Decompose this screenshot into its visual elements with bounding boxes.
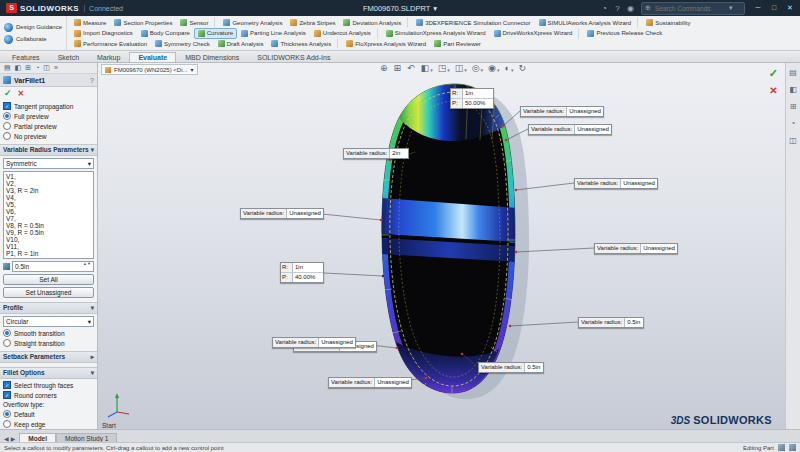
pm-ok-button[interactable]: ✓ bbox=[4, 89, 12, 98]
section-view-icon[interactable]: ◧ ▾ bbox=[421, 63, 433, 73]
ribbon-button[interactable]: Symmetry Check bbox=[151, 38, 214, 49]
view-settings-icon[interactable]: ◐ ▾ bbox=[504, 63, 513, 73]
command-tab[interactable]: Sketch bbox=[49, 52, 88, 62]
callout-value[interactable]: Unassigned bbox=[319, 338, 355, 347]
ribbon-button[interactable]: Geometry Analysis bbox=[219, 17, 286, 28]
display-style-icon[interactable]: ◫ ▾ bbox=[455, 63, 467, 73]
ribbon-button[interactable]: DriveWorksXpress Wizard bbox=[490, 28, 580, 39]
overflow-radio[interactable]: Default bbox=[3, 410, 94, 418]
variable-radius-callout[interactable]: Variable radius: 0.5in bbox=[578, 317, 644, 328]
pm-cancel-button[interactable]: ✕ bbox=[18, 89, 25, 98]
task-pane-custom-properties-icon[interactable]: ◫ bbox=[789, 136, 797, 145]
ribbon-button[interactable]: Deviation Analysis bbox=[339, 17, 408, 28]
variable-radius-callout[interactable]: Variable radius: 2in bbox=[343, 148, 409, 159]
close-button[interactable]: ✕ bbox=[782, 0, 798, 16]
ribbon-button[interactable]: Curvature bbox=[194, 28, 237, 39]
variable-radius-callout[interactable]: Variable radius: Unassigned bbox=[594, 243, 678, 254]
minimize-button[interactable]: ─ bbox=[750, 0, 766, 16]
section-header-profile[interactable]: Profile▾ bbox=[0, 302, 97, 314]
tabs-overflow-icon[interactable]: » bbox=[54, 64, 58, 71]
section-header-setback[interactable]: Setback Parameters▸ bbox=[0, 351, 97, 363]
ribbon-button[interactable]: Import Diagnostics bbox=[70, 28, 137, 39]
list-item[interactable]: V4, bbox=[6, 194, 91, 201]
help-icon[interactable]: ? bbox=[612, 3, 623, 14]
maximize-button[interactable]: □ bbox=[766, 0, 782, 16]
fillet-option-checkbox[interactable]: Select through faces bbox=[3, 381, 94, 389]
callout-value[interactable]: Unassigned bbox=[287, 209, 323, 218]
preview-radio[interactable]: Partial preview bbox=[3, 122, 94, 130]
command-tab[interactable]: MBD Dimensions bbox=[176, 52, 248, 62]
task-pane-file-explorer-icon[interactable]: ⊞ bbox=[790, 102, 797, 111]
task-pane-home-icon[interactable]: ▤ bbox=[789, 68, 797, 77]
ribbon-app-collaborate[interactable]: Collaborate bbox=[4, 35, 62, 44]
command-tab[interactable]: Markup bbox=[88, 52, 129, 62]
callout-value[interactable]: 1in bbox=[463, 89, 493, 98]
profile-type-select[interactable]: Circular▾ bbox=[3, 316, 94, 327]
ribbon-button[interactable]: Body Compare bbox=[137, 28, 194, 39]
ribbon-button[interactable]: SimulationXpress Analysis Wizard bbox=[382, 28, 490, 39]
notifications-icon[interactable]: ◔ bbox=[599, 3, 610, 14]
task-pane-appearances-icon[interactable]: ◔ bbox=[791, 119, 796, 128]
list-item[interactable]: V8, R = 0.5in bbox=[6, 222, 91, 229]
ribbon-button[interactable]: Section Properties bbox=[110, 17, 176, 28]
variable-radius-callout[interactable]: Variable radius: Unassigned bbox=[528, 124, 612, 135]
zoom-area-icon[interactable]: ⊞ bbox=[394, 63, 403, 73]
document-caret-icon[interactable]: ▾ bbox=[433, 4, 437, 13]
graphics-area[interactable]: FM009670 (WN2025) <Di... ▾ ⊕ ⊞ ↶ ◧ ▾ bbox=[97, 62, 786, 430]
command-tab[interactable]: SOLIDWORKS Add-Ins bbox=[248, 52, 339, 62]
search-box[interactable]: ⊕ ▾ bbox=[641, 2, 745, 15]
ribbon-button[interactable]: Zebra Stripes bbox=[286, 17, 339, 28]
variable-radius-callout[interactable]: Variable radius: Unassigned bbox=[574, 178, 658, 189]
pm-help-icon[interactable]: ? bbox=[90, 77, 94, 84]
transition-radio[interactable]: Straight transition bbox=[3, 339, 94, 347]
list-item[interactable]: V7, bbox=[6, 215, 91, 222]
preview-radio[interactable]: No preview bbox=[3, 132, 94, 140]
dimxpertmanager-tab-icon[interactable]: ◔ bbox=[35, 64, 39, 71]
ribbon-button[interactable]: SIMULIAworks Analysis Wizard bbox=[535, 17, 639, 28]
list-item[interactable]: V6, bbox=[6, 208, 91, 215]
overflow-radio[interactable]: Keep edge bbox=[3, 420, 94, 428]
fillet-option-checkbox[interactable]: Round corners bbox=[3, 391, 94, 399]
zoom-fit-icon[interactable]: ⊕ bbox=[380, 63, 389, 73]
callout-value[interactable]: 0.5in bbox=[525, 363, 543, 372]
callout-value[interactable]: 1in bbox=[293, 263, 323, 272]
callout-value[interactable]: 50.00% bbox=[463, 99, 493, 108]
tangent-propagation-checkbox[interactable]: Tangent propagation bbox=[3, 102, 94, 110]
list-item[interactable]: V5, bbox=[6, 201, 91, 208]
hide-show-items-icon[interactable]: ◎ ▾ bbox=[472, 63, 483, 73]
radius-stepper[interactable]: ▲▼ bbox=[83, 262, 91, 271]
transition-radio[interactable]: Smooth transition bbox=[3, 329, 94, 337]
tab-scroll-right-icon[interactable]: ▶ bbox=[11, 435, 16, 442]
search-input[interactable] bbox=[653, 4, 727, 13]
section-header-fillet-options[interactable]: Fillet Options▾ bbox=[0, 367, 97, 379]
ribbon-button[interactable]: Parting Line Analysis bbox=[237, 28, 310, 39]
variable-radius-callout[interactable]: Variable radius: 0.5in bbox=[478, 362, 544, 373]
status-icon-1[interactable] bbox=[778, 444, 785, 451]
ribbon-button[interactable]: Thickness Analysis bbox=[267, 38, 338, 49]
confirm-cancel-button[interactable]: ✕ bbox=[769, 85, 777, 96]
task-pane-design-library-icon[interactable]: ◧ bbox=[789, 85, 797, 94]
set-all-button[interactable]: Set All bbox=[3, 274, 94, 285]
callout-value[interactable]: 40.00% bbox=[293, 273, 323, 282]
ribbon-button[interactable]: Sustainability bbox=[642, 17, 694, 28]
featuremanager-tab-icon[interactable]: ▤ bbox=[4, 64, 11, 72]
symmetry-select[interactable]: Symmetric▾ bbox=[3, 158, 94, 169]
ribbon-button[interactable]: Draft Analysis bbox=[214, 38, 268, 49]
list-item[interactable]: P1, R = 1in bbox=[6, 250, 91, 257]
callout-value[interactable]: 0.5in bbox=[625, 318, 643, 327]
tab-scroll-left-icon[interactable]: ◀ bbox=[4, 435, 9, 442]
command-tab[interactable]: Features bbox=[3, 52, 49, 62]
set-unassigned-button[interactable]: Set Unassigned bbox=[3, 287, 94, 298]
feature-tree-flyout[interactable]: FM009670 (WN2025) <Di... ▾ bbox=[101, 64, 198, 75]
list-item[interactable]: V10, bbox=[6, 236, 91, 243]
callout-value[interactable]: Unassigned bbox=[375, 378, 411, 387]
variable-radius-callout[interactable]: Variable radius: Unassigned bbox=[328, 377, 412, 388]
list-item[interactable]: V3, R = 2in bbox=[6, 187, 91, 194]
displaymanager-tab-icon[interactable]: ◫ bbox=[43, 64, 50, 72]
rotate-view-icon[interactable]: ↻ bbox=[518, 63, 527, 73]
previous-view-icon[interactable]: ↶ bbox=[407, 63, 416, 73]
list-item[interactable]: V9, R = 0.5in bbox=[6, 229, 91, 236]
command-tab[interactable]: Evaluate bbox=[129, 52, 176, 62]
view-orientation-icon[interactable]: ◳ ▾ bbox=[438, 63, 450, 73]
status-icon-2[interactable] bbox=[789, 444, 796, 451]
